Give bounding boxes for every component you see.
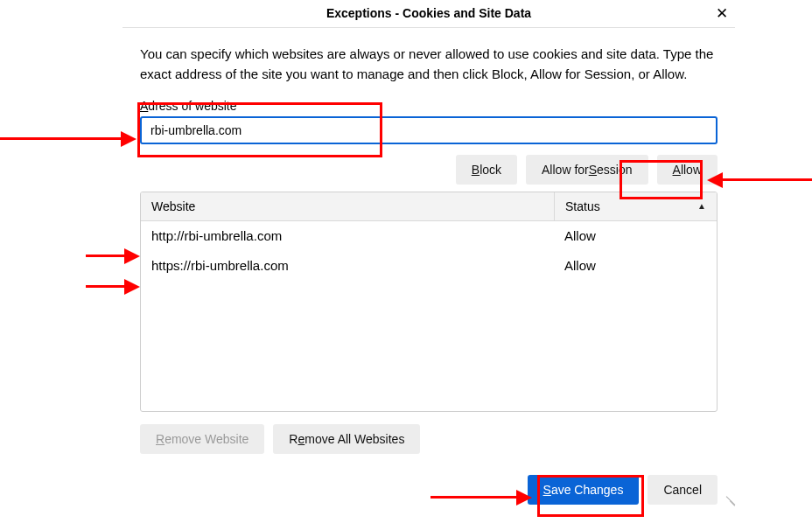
column-website[interactable]: Website <box>141 192 555 220</box>
close-icon[interactable]: ✕ <box>712 3 732 23</box>
allow-button[interactable]: Allow <box>657 155 718 185</box>
address-label: Adress of website <box>140 99 718 113</box>
block-button[interactable]: Block <box>456 155 517 185</box>
column-status[interactable]: Status ▲ <box>555 192 717 220</box>
cell-status: Allow <box>554 258 717 273</box>
cell-status: Allow <box>554 228 717 243</box>
remove-website-button: Remove Website <box>140 424 264 454</box>
exceptions-list[interactable]: Website Status ▲ http://rbi-umbrella.com… <box>140 192 718 412</box>
cell-website: http://rbi-umbrella.com <box>141 228 554 243</box>
sort-asc-icon: ▲ <box>697 201 706 211</box>
dialog-title: Exceptions - Cookies and Site Data <box>326 6 531 20</box>
resize-grip-icon[interactable] <box>723 492 735 505</box>
save-changes-button[interactable]: Save Changes <box>528 475 640 505</box>
allow-session-button[interactable]: Allow for Session <box>526 155 648 185</box>
table-row[interactable]: http://rbi-umbrella.com Allow <box>141 221 717 251</box>
address-input[interactable] <box>140 116 718 144</box>
cell-website: https://rbi-umbrella.com <box>141 258 554 273</box>
table-row[interactable]: https://rbi-umbrella.com Allow <box>141 251 717 281</box>
remove-all-button[interactable]: Remove All Websites <box>273 424 420 454</box>
cancel-button[interactable]: Cancel <box>648 475 718 505</box>
description-text: You can specify which websites are alway… <box>140 44 718 85</box>
